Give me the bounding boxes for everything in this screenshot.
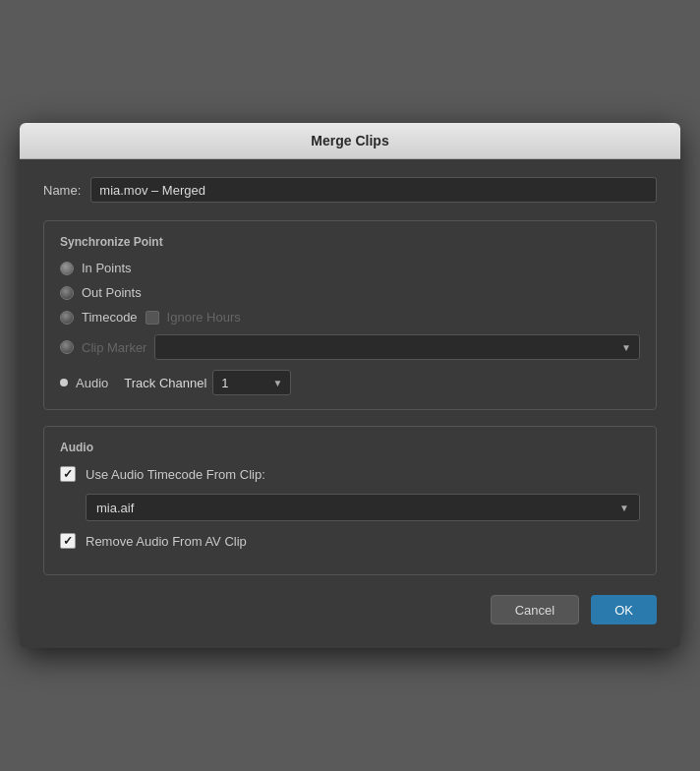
ok-button[interactable]: OK (591, 595, 657, 624)
out-points-row[interactable]: Out Points (60, 285, 640, 300)
remove-audio-checkbox[interactable]: ✓ (60, 533, 76, 549)
remove-audio-row[interactable]: ✓ Remove Audio From AV Clip (60, 533, 640, 549)
audio-section: Audio ✓ Use Audio Timecode From Clip: mi… (43, 426, 657, 575)
audio-section-title: Audio (60, 441, 640, 454)
sync-section-title: Synchronize Point (60, 235, 640, 249)
ignore-hours-label: Ignore Hours (167, 310, 241, 325)
use-timecode-checkmark: ✓ (63, 468, 73, 480)
clip-marker-dropdown-arrow: ▼ (621, 342, 631, 353)
track-channel-label: Track Channel (124, 376, 206, 390)
in-points-label: In Points (82, 261, 132, 275)
name-row: Name: (43, 177, 657, 203)
synchronize-point-section: Synchronize Point In Points Out Points T… (43, 220, 657, 410)
audio-sync-label: Audio (76, 376, 108, 390)
clip-marker-row[interactable]: Clip Marker ▼ (60, 334, 640, 360)
track-channel-value: 1 (221, 376, 264, 390)
use-timecode-checkbox[interactable]: ✓ (60, 466, 76, 482)
use-timecode-label: Use Audio Timecode From Clip: (86, 467, 265, 482)
use-timecode-row[interactable]: ✓ Use Audio Timecode From Clip: (60, 466, 640, 482)
dialog-title: Merge Clips (311, 133, 388, 148)
name-label: Name: (43, 183, 81, 198)
ignore-hours-checkbox[interactable] (146, 311, 159, 325)
name-input[interactable] (90, 177, 657, 203)
in-points-row[interactable]: In Points (60, 261, 640, 275)
in-points-radio[interactable] (60, 262, 74, 275)
audio-file-value: mia.aif (96, 501, 619, 515)
track-channel-dropdown[interactable]: 1 ▼ (212, 370, 291, 395)
dialog-body: Name: Synchronize Point In Points Out Po… (20, 159, 680, 648)
clip-marker-dropdown[interactable]: ▼ (154, 334, 640, 360)
merge-clips-dialog: Merge Clips Name: Synchronize Point In P… (20, 123, 680, 648)
timecode-label: Timecode (82, 310, 138, 325)
timecode-row[interactable]: Timecode Ignore Hours (60, 310, 640, 325)
dialog-title-bar: Merge Clips (20, 123, 680, 159)
remove-audio-label: Remove Audio From AV Clip (86, 534, 247, 549)
audio-file-dropdown-arrow: ▼ (619, 503, 629, 513)
clip-marker-label: Clip Marker (82, 340, 146, 355)
out-points-radio[interactable] (60, 286, 74, 300)
audio-bullet (60, 379, 68, 386)
clip-marker-radio[interactable] (60, 340, 74, 354)
button-row: Cancel OK (43, 595, 657, 628)
audio-sync-row: Audio Track Channel 1 ▼ (60, 370, 640, 395)
remove-audio-checkmark: ✓ (63, 535, 73, 547)
cancel-button[interactable]: Cancel (491, 595, 579, 624)
out-points-label: Out Points (82, 285, 142, 300)
track-channel-dropdown-arrow: ▼ (272, 378, 282, 388)
timecode-radio[interactable] (60, 311, 74, 325)
audio-file-dropdown[interactable]: mia.aif ▼ (86, 494, 640, 521)
